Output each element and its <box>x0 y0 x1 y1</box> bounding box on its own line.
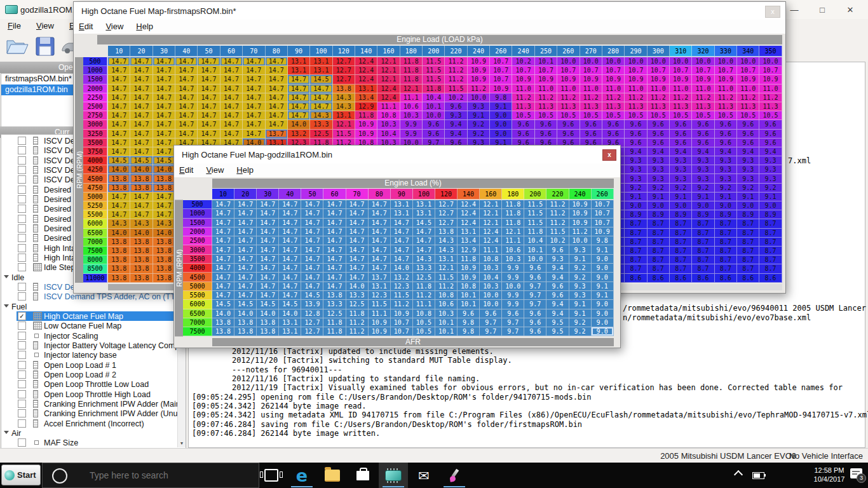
afr-cell[interactable]: 14.7 <box>266 120 288 129</box>
afr-cell[interactable]: 9.6 <box>535 120 557 129</box>
afr-cell[interactable]: 9.3 <box>625 165 647 174</box>
afr-cell[interactable]: 12.5 <box>323 309 346 318</box>
afr-cell[interactable]: 10.7 <box>737 66 759 75</box>
afr-cell[interactable]: 9.6 <box>759 120 782 129</box>
afr-cell[interactable]: 9.3 <box>648 174 670 183</box>
afr-cell[interactable]: 12.4 <box>355 75 377 84</box>
afr-cell[interactable]: 14.7 <box>369 245 391 254</box>
column-header[interactable]: 290 <box>625 46 647 57</box>
afr-cell[interactable]: 12.4 <box>377 93 400 102</box>
tree-item[interactable]: Cranking Enrichment IPW Adder (Unu... <box>1 409 186 418</box>
afr-cell[interactable]: 10.9 <box>592 227 614 236</box>
afr-cell[interactable]: 10.0 <box>759 57 782 66</box>
afr-cell[interactable]: 8.7 <box>648 219 670 228</box>
afr-cell[interactable]: 14.7 <box>175 130 198 139</box>
afr-cell[interactable]: 10.9 <box>737 75 759 84</box>
afr-cell[interactable]: 14.7 <box>130 201 153 210</box>
row-header[interactable]: 5250 <box>83 201 107 210</box>
afr-cell[interactable]: 8.7 <box>692 247 714 255</box>
afr-cell[interactable]: 14.7 <box>391 236 413 245</box>
afr-cell[interactable]: 9.3 <box>569 291 592 300</box>
afr-cell[interactable]: 9.2 <box>759 184 782 193</box>
afr-cell[interactable]: 12.1 <box>435 264 458 273</box>
afr-cell[interactable]: 14.7 <box>391 227 413 236</box>
close-icon[interactable]: x <box>765 6 780 18</box>
open-rom-button[interactable] <box>5 36 29 57</box>
afr-cell[interactable]: 11.0 <box>557 85 580 93</box>
afr-cell[interactable]: 14.0 <box>108 165 130 174</box>
afr-cell[interactable]: 14.7 <box>323 255 346 264</box>
afr-cell[interactable]: 10.7 <box>391 318 413 327</box>
taskbar-app-file-explorer[interactable] <box>318 463 347 488</box>
afr-cell[interactable]: 9.9 <box>502 291 524 300</box>
afr-cell[interactable]: 13.1 <box>279 318 301 327</box>
afr-cell[interactable]: 10.1 <box>423 102 445 111</box>
afr-cell[interactable]: 14.7 <box>198 85 220 93</box>
afr-cell[interactable]: 8.7 <box>715 238 737 247</box>
taskbar-app-task-view[interactable] <box>257 463 286 488</box>
afr-cell[interactable]: 14.7 <box>257 236 279 245</box>
maximize-button[interactable]: □ <box>808 0 836 19</box>
afr-cell[interactable]: 10.9 <box>458 264 480 273</box>
afr-cell[interactable]: 10.7 <box>580 66 602 75</box>
afr-cell[interactable]: 11.3 <box>557 102 580 111</box>
row-header[interactable]: 6500 <box>183 309 212 318</box>
afr-cell[interactable]: 8.7 <box>692 264 714 273</box>
clock-time[interactable]: 12:58 PM <box>811 466 848 474</box>
tree-item-checkbox[interactable] <box>18 146 26 154</box>
cortana-icon[interactable] <box>52 468 67 484</box>
afr-cell[interactable]: 8.7 <box>715 247 737 255</box>
taskbar-app-ecuflash[interactable] <box>379 463 408 488</box>
afr-cell[interactable]: 11.0 <box>715 85 737 93</box>
afr-cell[interactable]: 14.7 <box>323 273 346 281</box>
row-header[interactable]: 4000 <box>83 156 107 165</box>
afr-cell[interactable]: 10.8 <box>458 282 480 291</box>
afr-cell[interactable]: 14.7 <box>130 111 153 120</box>
column-header[interactable]: 40 <box>175 46 198 57</box>
afr-cell[interactable]: 8.7 <box>692 255 714 264</box>
afr-cell[interactable]: 13.1 <box>369 282 391 291</box>
afr-cell[interactable]: 9.7 <box>480 318 502 327</box>
afr-cell[interactable]: 14.7 <box>301 227 323 236</box>
afr-cell[interactable]: 14.7 <box>198 120 220 129</box>
afr-cell[interactable]: 14.7 <box>301 273 323 281</box>
afr-cell[interactable]: 8.7 <box>670 264 692 273</box>
afr-cell[interactable]: 14.7 <box>323 227 346 236</box>
afr-cell[interactable]: 14.7 <box>108 130 130 139</box>
afr-cell[interactable]: 12.4 <box>480 227 502 236</box>
afr-cell[interactable]: 8.7 <box>737 238 759 247</box>
afr-cell[interactable]: 11.5 <box>546 227 569 236</box>
afr-cell[interactable]: 12.7 <box>301 327 323 336</box>
afr-cell[interactable]: 11.2 <box>546 200 569 209</box>
afr-cell[interactable]: 9.4 <box>759 147 782 156</box>
afr-cell[interactable]: 14.7 <box>198 57 220 66</box>
afr-cell[interactable]: 8.6 <box>625 274 647 283</box>
tree-item-checkbox[interactable] <box>18 332 26 340</box>
afr-cell[interactable]: 10.0 <box>692 57 714 66</box>
column-header[interactable]: 250 <box>535 46 557 57</box>
afr-cell[interactable]: 9.3 <box>692 156 714 165</box>
afr-cell[interactable]: 9.6 <box>423 120 445 129</box>
afr-cell[interactable]: 14.7 <box>130 85 153 93</box>
afr-cell[interactable]: 13.1 <box>391 200 413 209</box>
afr-cell[interactable]: 14.7 <box>257 255 279 264</box>
afr-cell[interactable]: 9.3 <box>737 174 759 183</box>
afr-cell[interactable]: 9.2 <box>715 184 737 193</box>
column-header[interactable]: 70 <box>243 46 265 57</box>
afr-cell[interactable]: 9.3 <box>445 111 467 120</box>
column-header[interactable]: 160 <box>480 189 502 200</box>
afr-cell[interactable]: 9.7 <box>524 291 546 300</box>
afr-cell[interactable]: 8.9 <box>759 210 782 219</box>
afr-cell[interactable]: 10.9 <box>569 219 592 227</box>
afr-cell[interactable]: 11.5 <box>423 66 445 75</box>
afr-cell[interactable]: 14.7 <box>279 291 301 300</box>
tree-item-checkbox[interactable] <box>18 400 26 408</box>
afr-cell[interactable]: 13.1 <box>310 57 332 66</box>
afr-cell[interactable]: 14.7 <box>279 245 301 254</box>
battery-icon[interactable] <box>752 472 764 479</box>
column-header[interactable]: 70 <box>346 189 369 200</box>
afr-cell[interactable]: 10.9 <box>569 209 592 218</box>
afr-cell[interactable]: 9.6 <box>557 120 580 129</box>
column-header[interactable]: 20 <box>234 189 257 200</box>
afr-cell[interactable]: 8.7 <box>625 238 647 247</box>
